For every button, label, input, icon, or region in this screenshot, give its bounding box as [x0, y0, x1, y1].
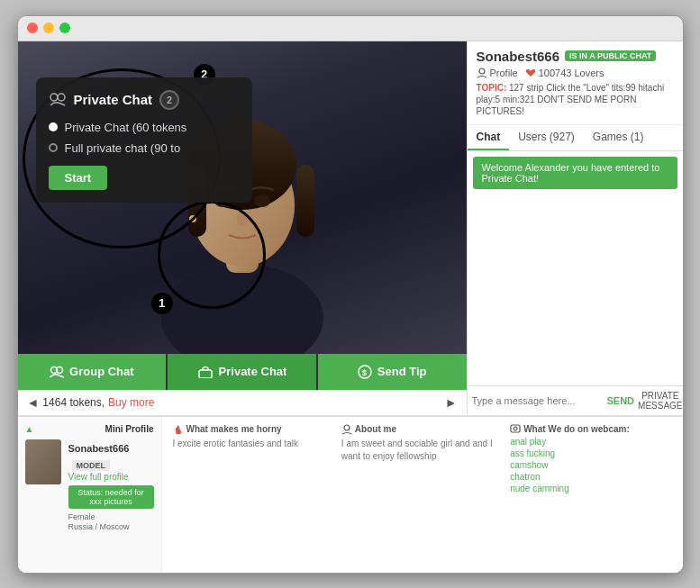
title-bar: [18, 16, 683, 41]
video-bottom-bar: Group Chat Private Chat $ Send Tip: [18, 354, 467, 390]
svg-point-9: [189, 215, 196, 222]
tab-users[interactable]: Users (927): [509, 125, 584, 150]
webcam-item-3[interactable]: chatron: [510, 472, 671, 482]
mini-profile-panel: ▲ Mini Profile Sonabest666 MODEL View fu…: [18, 417, 162, 573]
private-chat-icon: [49, 93, 67, 107]
radio-dot-2[interactable]: [49, 143, 58, 152]
horny-title: What makes me horny: [173, 424, 334, 435]
right-panel: Sonabest666 IS IN A PUBLIC CHAT Profile …: [467, 41, 683, 415]
svg-rect-23: [511, 425, 520, 432]
main-window: Private Chat 2 Private Chat (60 tokens F…: [17, 15, 684, 574]
webcam-title: What We do on webcam:: [510, 424, 671, 434]
minimize-button[interactable]: [43, 23, 54, 33]
mini-profile-title: Mini Profile: [105, 424, 154, 434]
horny-content: I excite erotic fantasies and talk: [173, 438, 334, 450]
maximize-button[interactable]: [59, 23, 70, 33]
popup-option-1[interactable]: Private Chat (60 tokens: [49, 121, 240, 134]
avatar: [25, 439, 61, 484]
private-icon: [197, 366, 214, 378]
arrow-left[interactable]: ◄: [27, 395, 40, 410]
about-section: About me I am sweet and sociable girl an…: [341, 424, 503, 565]
chat-tabs: Chat Users (927) Games (1): [468, 125, 683, 151]
person-icon-small: [341, 424, 352, 435]
view-profile-link[interactable]: View full profile: [68, 472, 154, 482]
profile-row: Sonabest666 MODEL View full profile Stat…: [25, 439, 154, 532]
heart-icon: [525, 68, 536, 78]
left-panel: Private Chat 2 Private Chat (60 tokens F…: [18, 41, 467, 415]
tip-icon: $: [358, 365, 372, 379]
buy-more-link[interactable]: Buy more: [108, 396, 154, 409]
svg-point-10: [50, 94, 58, 101]
video-area: Private Chat 2 Private Chat (60 tokens F…: [18, 41, 467, 354]
private-message-button[interactable]: PRIVATE MESSAGE: [638, 391, 682, 411]
svg-rect-14: [199, 370, 212, 378]
webcam-item-0[interactable]: anal play: [510, 437, 671, 447]
about-content: I am sweet and sociable girl and and I w…: [341, 438, 503, 463]
status-button[interactable]: Status: needed for xxx pictures: [68, 485, 154, 509]
svg-point-24: [514, 427, 517, 430]
svg-point-11: [58, 94, 65, 101]
close-button[interactable]: [27, 23, 38, 33]
webcam-items: anal play ass fucking camshow chatron nu…: [510, 437, 671, 493]
svg-point-0: [161, 264, 323, 354]
webcam-item-2[interactable]: camshow: [510, 460, 671, 470]
topic-text: TOPIC: 127 strip Click the "Love" tits:9…: [477, 82, 674, 117]
video-placeholder: Private Chat 2 Private Chat (60 tokens F…: [18, 41, 467, 354]
webcam-item-1[interactable]: ass fucking: [510, 448, 671, 458]
profile-name: Sonabest666 MODEL: [68, 443, 130, 470]
popup-header: Private Chat 2: [49, 90, 240, 110]
send-tip-button[interactable]: $ Send Tip: [318, 354, 467, 390]
tab-chat[interactable]: Chat: [468, 125, 510, 150]
live-badge: IS IN A PUBLIC CHAT: [565, 50, 656, 61]
private-chat-button[interactable]: Private Chat: [166, 354, 318, 390]
username-row: Sonabest666 IS IN A PUBLIC CHAT: [477, 49, 674, 64]
main-content: Private Chat 2 Private Chat (60 tokens F…: [18, 41, 683, 415]
profile-main-sections: What makes me horny I excite erotic fant…: [162, 417, 683, 573]
lovers-count: 100743 Lovers: [525, 68, 605, 78]
model-badge: MODEL: [72, 460, 111, 471]
svg-point-22: [344, 425, 350, 430]
popup-title: Private Chat: [74, 92, 153, 107]
profile-icon: [477, 68, 487, 78]
webcam-section: What We do on webcam: anal play ass fuck…: [510, 424, 671, 565]
svg-text:$: $: [362, 368, 367, 377]
popup-badge: 2: [159, 90, 179, 110]
chat-header: Sonabest666 IS IN A PUBLIC CHAT Profile …: [468, 41, 683, 125]
about-title: About me: [341, 424, 503, 435]
bottom-section: ▲ Mini Profile Sonabest666 MODEL View fu…: [18, 415, 683, 573]
welcome-message: Welcome Alexander you have entered to Pr…: [473, 157, 677, 189]
chat-messages-area[interactable]: [468, 194, 683, 385]
sex-info: Female: [68, 512, 154, 521]
arrow-right[interactable]: ►: [445, 395, 458, 410]
token-bar: ◄ 1464 tokens, Buy more ►: [18, 390, 467, 415]
webcam-item-4[interactable]: nude camming: [510, 484, 671, 493]
profile-info: Sonabest666 MODEL View full profile Stat…: [68, 439, 154, 532]
location-info: Russia / Moscow: [68, 522, 154, 531]
chat-input[interactable]: [472, 395, 596, 406]
badge-1-label: 1: [151, 293, 173, 314]
token-count: 1464 tokens,: [42, 396, 105, 409]
webcam-icon: [510, 424, 521, 433]
svg-rect-5: [296, 165, 314, 237]
svg-point-8: [237, 212, 248, 226]
username: Sonabest666: [477, 49, 560, 64]
svg-point-17: [479, 68, 485, 74]
flame-icon: [173, 424, 184, 435]
send-button[interactable]: SEND: [607, 395, 635, 406]
collapse-arrow[interactable]: ▲: [25, 424, 34, 434]
horny-section: What makes me horny I excite erotic fant…: [173, 424, 334, 565]
topic-label: TOPIC:: [477, 83, 507, 93]
header-actions: Profile 100743 Lovers: [477, 68, 674, 78]
traffic-lights: [27, 23, 70, 33]
start-private-chat-button[interactable]: Start: [49, 166, 108, 190]
group-chat-button[interactable]: Group Chat: [18, 354, 167, 390]
group-icon: [50, 366, 64, 378]
chat-input-area: SEND PRIVATE MESSAGE: [468, 385, 683, 415]
private-chat-popup: Private Chat 2 Private Chat (60 tokens F…: [36, 77, 252, 203]
tab-games[interactable]: Games (1): [584, 125, 653, 150]
radio-dot-1[interactable]: [49, 122, 58, 131]
profile-link[interactable]: Profile: [477, 68, 518, 78]
mini-profile-header: ▲ Mini Profile: [25, 424, 154, 434]
svg-point-7: [254, 194, 270, 207]
popup-option-2[interactable]: Full private chat (90 to: [49, 141, 240, 155]
